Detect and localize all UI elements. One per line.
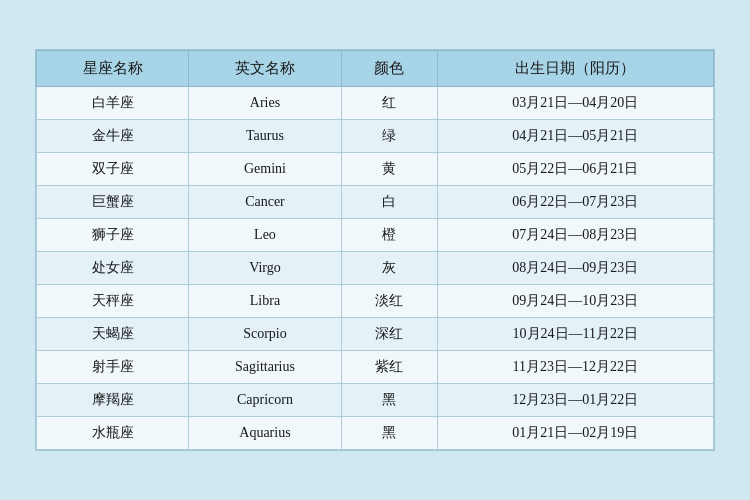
table-row: 射手座Sagittarius紫红11月23日—12月22日 (37, 351, 714, 384)
cell-dates: 05月22日—06月21日 (437, 153, 713, 186)
cell-english-name: Capricorn (189, 384, 341, 417)
header-chinese-name: 星座名称 (37, 51, 189, 87)
header-color: 颜色 (341, 51, 437, 87)
cell-chinese-name: 摩羯座 (37, 384, 189, 417)
cell-chinese-name: 射手座 (37, 351, 189, 384)
cell-color: 灰 (341, 252, 437, 285)
cell-color: 紫红 (341, 351, 437, 384)
table-row: 天秤座Libra淡红09月24日—10月23日 (37, 285, 714, 318)
cell-english-name: Libra (189, 285, 341, 318)
cell-dates: 10月24日—11月22日 (437, 318, 713, 351)
cell-color: 绿 (341, 120, 437, 153)
cell-dates: 07月24日—08月23日 (437, 219, 713, 252)
cell-english-name: Gemini (189, 153, 341, 186)
zodiac-table-container: 星座名称 英文名称 颜色 出生日期（阳历） 白羊座Aries红03月21日—04… (35, 49, 715, 451)
table-row: 双子座Gemini黄05月22日—06月21日 (37, 153, 714, 186)
cell-chinese-name: 白羊座 (37, 87, 189, 120)
cell-color: 深红 (341, 318, 437, 351)
table-body: 白羊座Aries红03月21日—04月20日金牛座Taurus绿04月21日—0… (37, 87, 714, 450)
table-row: 水瓶座Aquarius黑01月21日—02月19日 (37, 417, 714, 450)
cell-chinese-name: 巨蟹座 (37, 186, 189, 219)
cell-color: 白 (341, 186, 437, 219)
cell-dates: 09月24日—10月23日 (437, 285, 713, 318)
cell-color: 黄 (341, 153, 437, 186)
cell-dates: 04月21日—05月21日 (437, 120, 713, 153)
cell-english-name: Aquarius (189, 417, 341, 450)
cell-dates: 11月23日—12月22日 (437, 351, 713, 384)
cell-chinese-name: 狮子座 (37, 219, 189, 252)
cell-color: 红 (341, 87, 437, 120)
cell-dates: 08月24日—09月23日 (437, 252, 713, 285)
table-row: 白羊座Aries红03月21日—04月20日 (37, 87, 714, 120)
cell-color: 橙 (341, 219, 437, 252)
cell-dates: 06月22日—07月23日 (437, 186, 713, 219)
table-row: 摩羯座Capricorn黑12月23日—01月22日 (37, 384, 714, 417)
cell-english-name: Cancer (189, 186, 341, 219)
cell-chinese-name: 水瓶座 (37, 417, 189, 450)
cell-chinese-name: 处女座 (37, 252, 189, 285)
table-row: 处女座Virgo灰08月24日—09月23日 (37, 252, 714, 285)
cell-english-name: Sagittarius (189, 351, 341, 384)
table-header-row: 星座名称 英文名称 颜色 出生日期（阳历） (37, 51, 714, 87)
table-row: 金牛座Taurus绿04月21日—05月21日 (37, 120, 714, 153)
table-row: 天蝎座Scorpio深红10月24日—11月22日 (37, 318, 714, 351)
cell-dates: 01月21日—02月19日 (437, 417, 713, 450)
cell-color: 淡红 (341, 285, 437, 318)
cell-color: 黑 (341, 417, 437, 450)
header-dates: 出生日期（阳历） (437, 51, 713, 87)
cell-english-name: Virgo (189, 252, 341, 285)
cell-color: 黑 (341, 384, 437, 417)
cell-dates: 12月23日—01月22日 (437, 384, 713, 417)
cell-english-name: Leo (189, 219, 341, 252)
cell-english-name: Aries (189, 87, 341, 120)
cell-chinese-name: 天蝎座 (37, 318, 189, 351)
cell-chinese-name: 天秤座 (37, 285, 189, 318)
zodiac-table: 星座名称 英文名称 颜色 出生日期（阳历） 白羊座Aries红03月21日—04… (36, 50, 714, 450)
table-row: 巨蟹座Cancer白06月22日—07月23日 (37, 186, 714, 219)
cell-chinese-name: 双子座 (37, 153, 189, 186)
table-row: 狮子座Leo橙07月24日—08月23日 (37, 219, 714, 252)
cell-english-name: Taurus (189, 120, 341, 153)
header-english-name: 英文名称 (189, 51, 341, 87)
cell-chinese-name: 金牛座 (37, 120, 189, 153)
cell-english-name: Scorpio (189, 318, 341, 351)
cell-dates: 03月21日—04月20日 (437, 87, 713, 120)
